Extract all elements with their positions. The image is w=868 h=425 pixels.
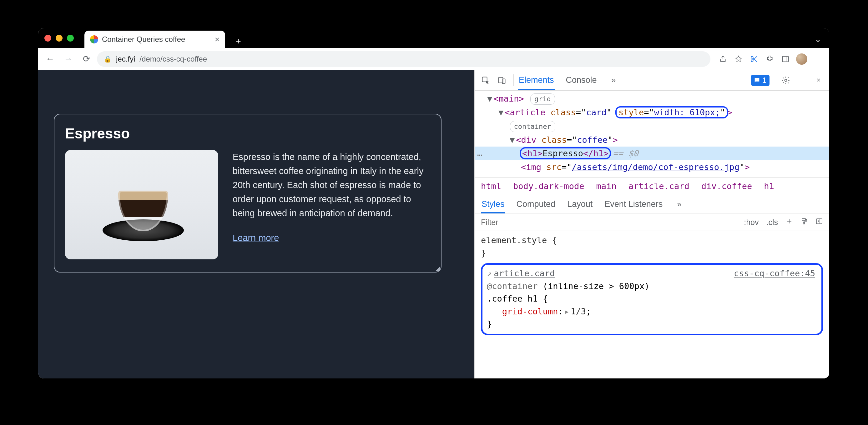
tab-favicon [90,35,98,43]
url-path: /demo/css-cq-coffee [140,55,207,63]
cls-toggle[interactable]: .cls [763,218,782,227]
chrome-menu-button[interactable]: ⋮ [811,52,825,66]
svg-rect-9 [816,219,822,224]
window-controls [44,28,74,48]
learn-more-link[interactable]: Learn more [232,231,430,245]
reload-button[interactable]: ⟳ [79,52,94,67]
lock-icon: 🔒 [104,55,112,63]
subtab-styles[interactable]: Styles [481,195,505,214]
devtools-menu-button[interactable]: ⋮ [795,73,809,88]
container-link-arrow-icon[interactable]: ↗ [487,268,492,278]
tab-title: Container Queries coffee [102,35,185,44]
styles-filter-input[interactable] [481,218,740,227]
svg-rect-2 [782,56,788,62]
styles-subtabs: Styles Computed Layout Event Listeners » [475,195,829,214]
new-tab-button[interactable]: + [231,34,245,48]
bc-main[interactable]: main [596,181,617,191]
tab-elements[interactable]: Elements [518,70,555,90]
svg-rect-7 [802,219,805,221]
close-devtools-button[interactable]: ✕ [811,73,826,88]
extensions-icon[interactable] [763,52,777,66]
close-window-button[interactable] [44,35,51,41]
devtools-tabs: Elements Console » [518,70,619,90]
star-icon[interactable] [732,52,745,66]
card-text: Espresso is the name of a highly concent… [232,150,430,245]
tab-strip: Container Queries coffee × + ⌄ [38,28,829,48]
forward-button[interactable]: → [61,52,76,67]
card-paragraph: Espresso is the name of a highly concent… [232,152,423,218]
rule-source-link[interactable]: css-cq-coffee:45 [734,267,815,280]
close-tab-button[interactable]: × [215,35,219,44]
scissors-icon[interactable] [747,52,761,66]
toolbar: ← → ⟳ 🔒 jec.fyi/demo/css-cq-coffee ⋮ [38,48,829,70]
share-icon[interactable] [716,52,730,66]
rendered-page: Espresso Espresso is the name of a highl… [38,70,474,379]
bc-h1[interactable]: h1 [764,181,774,191]
inspect-element-button[interactable] [478,73,493,88]
subtab-computed[interactable]: Computed [516,195,556,214]
bc-div[interactable]: div.coffee [701,181,752,191]
svg-point-6 [785,79,787,81]
issues-badge[interactable]: 1 [751,75,770,86]
subtab-event-listeners[interactable]: Event Listeners [604,195,663,214]
bc-html[interactable]: html [481,181,501,191]
highlighted-style-attr: style="width: 610px;" [617,107,727,117]
element-style-open: element.style { [481,234,823,247]
selected-dom-node[interactable]: ⋯<h1>Espresso</h1>== $0 [475,146,829,160]
card-heading: Espresso [65,125,430,142]
tabs-overflow-button[interactable]: ⌄ [815,35,821,44]
profile-avatar[interactable] [796,54,807,65]
subtabs-more-button[interactable]: » [674,199,684,209]
bc-body[interactable]: body.dark-mode [513,181,584,191]
coffee-card: Espresso Espresso is the name of a highl… [54,114,441,272]
subtab-layout[interactable]: Layout [566,195,593,214]
dom-actions-icon[interactable]: ⋯ [477,149,482,162]
highlighted-h1-node: <h1>Espresso</h1> [521,149,610,158]
svg-rect-8 [803,222,805,224]
tabs-more-button[interactable]: » [608,75,619,85]
minimize-window-button[interactable] [56,35,63,41]
style-rules[interactable]: element.style { } css-cq-coffee:45 ↗arti… [475,231,829,335]
hov-toggle[interactable]: :hov [740,218,762,227]
paint-icon[interactable] [797,218,812,227]
shorthand-expand-icon[interactable]: ▸ [564,306,569,316]
bc-article[interactable]: article.card [628,181,689,191]
devtools-panel: Elements Console » 1 ⋮ ✕ ▼<main> grid ▼<… [474,70,829,379]
maximize-window-button[interactable] [67,35,74,41]
browser-tab[interactable]: Container Queries coffee × [85,31,225,48]
toolbar-right: ⋮ [716,52,825,66]
settings-button[interactable] [779,73,793,88]
element-style-close: } [481,247,823,260]
coffee-image [65,150,218,259]
address-bar[interactable]: 🔒 jec.fyi/demo/css-cq-coffee [97,51,710,67]
back-button[interactable]: ← [42,52,58,67]
styles-filter-row: :hov .cls [475,214,829,231]
new-style-rule-button[interactable] [782,218,797,227]
content-area: Espresso Espresso is the name of a highl… [38,70,829,379]
container-target-link[interactable]: article.card [494,268,555,278]
issues-count: 1 [762,76,766,85]
dom-tree[interactable]: ▼<main> grid ▼<article class="card" styl… [475,91,829,177]
grid-badge[interactable]: grid [530,93,555,105]
toggle-sidebar-icon[interactable] [812,218,827,227]
resize-handle-icon[interactable] [436,267,440,271]
browser-window: Container Queries coffee × + ⌄ ← → ⟳ 🔒 j… [38,28,829,379]
device-toolbar-button[interactable] [495,73,509,88]
highlighted-container-rule: css-cq-coffee:45 ↗article.card @containe… [481,263,823,335]
container-badge[interactable]: container [510,121,555,132]
url-domain: jec.fyi [116,55,135,63]
tab-console[interactable]: Console [565,70,597,90]
card-body: Espresso is the name of a highly concent… [65,150,430,259]
side-panel-icon[interactable] [779,52,792,66]
dom-breadcrumb[interactable]: html body.dark-mode main article.card di… [475,177,829,195]
devtools-toolbar: Elements Console » 1 ⋮ ✕ [475,70,829,91]
